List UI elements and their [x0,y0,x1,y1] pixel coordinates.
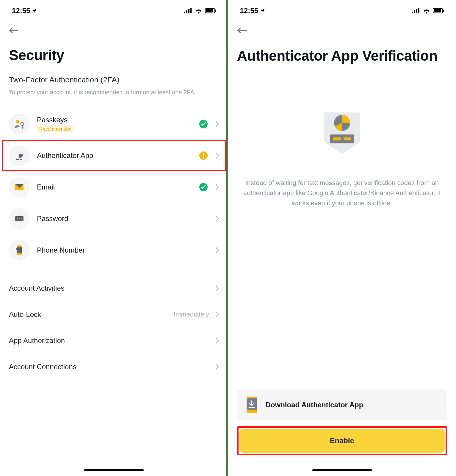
row-label: Password [37,214,208,223]
twofa-description: To protect your account, it is recommend… [9,88,219,96]
svg-point-18 [17,218,18,219]
email-icon [9,177,30,198]
location-icon [32,8,37,13]
svg-point-19 [19,218,20,219]
passkeys-icon [9,114,30,134]
wifi-icon [195,8,203,14]
row-email[interactable]: Email [9,171,219,203]
chevron-right-icon [215,121,219,127]
row-label: Email [37,183,192,191]
check-icon [199,183,208,192]
recommended-badge: Recommended [37,126,74,132]
svg-rect-22 [17,247,22,253]
svg-rect-26 [416,9,417,13]
clock-text: 12:55 [240,7,258,15]
svg-rect-0 [184,12,185,13]
svg-rect-30 [443,10,444,12]
clock-text: 12:55 [12,7,30,15]
row-value: Immediately [174,311,209,318]
svg-rect-34 [344,137,351,140]
chevron-right-icon [215,285,219,292]
download-label: Download Authenticator App [266,401,363,409]
svg-rect-5 [206,9,213,12]
svg-rect-13 [203,153,204,156]
svg-rect-6 [215,10,216,12]
svg-rect-33 [333,137,341,140]
svg-point-20 [21,218,22,219]
twofa-list: Passkeys Recommended Authenticator App [9,108,219,266]
row-label: Account Activities [9,284,65,292]
row-authenticator-app[interactable]: Authenticator App [9,140,219,171]
svg-rect-10 [16,159,19,160]
home-indicator[interactable] [84,469,144,471]
warning-icon [199,151,208,160]
row-label: App Authorization [9,336,65,345]
chevron-right-icon [215,337,219,344]
cellular-icon [412,8,420,13]
chevron-right-icon [215,364,219,370]
back-arrow-icon[interactable] [9,27,19,34]
svg-rect-23 [16,248,17,250]
wifi-icon [423,8,430,14]
battery-icon [433,8,444,13]
svg-rect-24 [412,12,413,13]
chevron-right-icon [215,311,219,318]
info-text: Instead of waiting for text messages, ge… [237,178,447,208]
phone-icon [9,240,30,261]
svg-rect-1 [186,10,187,13]
row-auto-lock[interactable]: Auto-Lock Immediately [9,301,219,328]
row-account-activities[interactable]: Account Activities [9,275,219,301]
authenticator-verification-screen: 12:55 Authenticator App Verification Ins… [228,0,456,476]
row-account-connections[interactable]: Account Connections [9,354,219,380]
enable-button[interactable]: Enable [239,429,445,453]
back-arrow-icon[interactable] [237,27,247,34]
row-label: Account Connections [9,363,76,371]
twofa-heading: Two-Factor Authentication (2FA) [9,75,219,84]
account-settings-list: Account Activities Auto-Lock Immediately… [0,272,228,380]
cellular-icon [184,8,192,13]
password-icon [9,208,30,229]
row-phone-number[interactable]: Phone Number [9,234,219,266]
check-icon [199,120,208,129]
svg-rect-27 [418,8,419,13]
location-icon [260,8,265,13]
download-authenticator-card[interactable]: Download Authenticator App [237,389,447,420]
authenticator-illustration [237,107,447,163]
row-label: Passkeys [37,116,192,124]
chevron-right-icon [215,247,219,253]
svg-rect-2 [188,9,189,13]
page-title: Security [9,47,219,63]
page-title: Authenticator App Verification [237,47,447,65]
svg-point-14 [203,157,204,158]
svg-rect-25 [414,10,415,13]
authenticator-icon [9,145,30,166]
row-label: Auto-Lock [9,310,41,319]
row-app-authorization[interactable]: App Authorization [9,328,219,354]
home-indicator[interactable] [312,469,372,471]
status-bar: 12:55 [237,0,447,18]
row-passkeys[interactable]: Passkeys Recommended [9,108,219,140]
svg-point-7 [16,120,19,123]
svg-rect-11 [20,159,22,160]
status-bar: 12:55 [9,0,219,18]
row-label: Authenticator App [37,151,192,160]
download-app-icon [245,396,258,414]
row-password[interactable]: Password [9,203,219,234]
chevron-right-icon [215,152,219,159]
row-label: Phone Number [37,246,208,254]
svg-rect-3 [190,8,192,13]
svg-point-8 [21,123,24,126]
chevron-right-icon [215,215,219,222]
svg-rect-29 [434,9,441,12]
security-screen: 12:55 Security Two-Factor Authentication… [0,0,228,476]
chevron-right-icon [215,184,219,190]
battery-icon [205,8,216,13]
